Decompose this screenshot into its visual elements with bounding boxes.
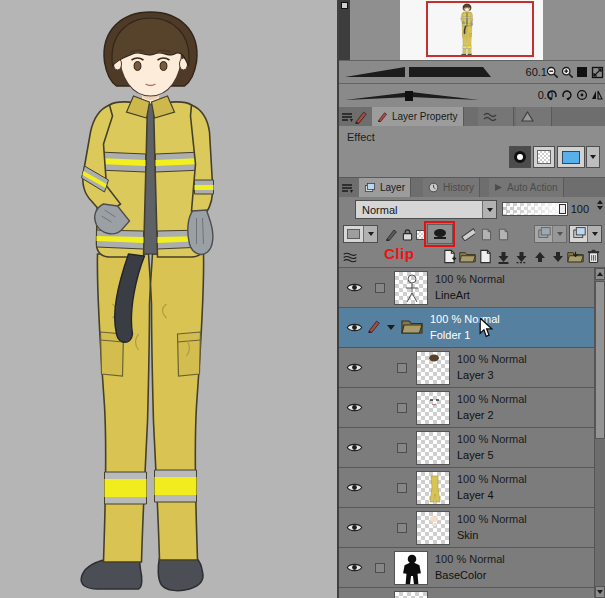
layer-row-layer5[interactable]: 100 % NormalLayer 5 <box>339 428 594 468</box>
layer-thumbnail[interactable] <box>394 551 428 585</box>
visibility-eye-icon[interactable] <box>346 322 367 333</box>
layer-thumbnail[interactable] <box>394 591 428 598</box>
visibility-eye-icon[interactable] <box>346 442 367 453</box>
zoom-in-icon[interactable] <box>560 64 574 80</box>
tab-tone[interactable] <box>478 107 514 126</box>
tab-history[interactable]: History <box>423 178 480 197</box>
layer-panel-menu-icon[interactable] <box>340 180 354 196</box>
duplicate-layer-icon[interactable] <box>477 248 494 265</box>
layer-select-box[interactable] <box>375 283 385 293</box>
reference-layer-icon[interactable] <box>479 226 493 242</box>
rotate-left-icon[interactable] <box>545 87 559 103</box>
navigator-view-rectangle[interactable] <box>426 1 534 57</box>
rotate-slider[interactable] <box>343 91 483 102</box>
scroll-up-button[interactable] <box>595 268 605 280</box>
layer-row-skin[interactable]: 100 % NormalSkin <box>339 508 594 548</box>
command-bar-settings-icon[interactable] <box>343 249 357 265</box>
tab-auto-action[interactable]: Auto Action <box>489 178 564 197</box>
opacity-spinner[interactable] <box>597 200 603 210</box>
visibility-eye-icon[interactable] <box>346 522 367 533</box>
flip-horizontal-icon[interactable] <box>590 87 604 103</box>
layer-color-dropdown[interactable] <box>586 146 600 168</box>
lock-layer-icon[interactable] <box>400 226 414 242</box>
folder-expand-caret[interactable] <box>387 325 395 330</box>
visibility-eye-icon[interactable] <box>346 482 367 493</box>
panel-dock-icon[interactable] <box>341 2 348 9</box>
selection-source-dropdown[interactable] <box>343 225 378 243</box>
layer-thumbnail[interactable] <box>416 351 450 385</box>
move-to-folder-icon[interactable] <box>567 248 584 265</box>
palette-color-dropdown[interactable] <box>569 225 602 243</box>
layer-select-box[interactable] <box>397 443 407 453</box>
layer-select-box[interactable] <box>397 483 407 493</box>
move-layer-up-icon[interactable] <box>531 248 548 265</box>
layer-blend-info: 100 % Normal <box>457 433 527 446</box>
canvas-area[interactable] <box>0 0 337 598</box>
layer-thumbnail[interactable] <box>416 431 450 465</box>
zoom-out-icon[interactable] <box>545 64 559 80</box>
tab-warning[interactable] <box>516 107 552 126</box>
layers-stack-icon <box>537 226 552 239</box>
new-folder-icon[interactable] <box>459 248 476 265</box>
lock-transparency-icon[interactable] <box>414 227 428 243</box>
layer-select-box[interactable] <box>397 523 407 533</box>
fit-to-screen-icon[interactable] <box>590 64 604 80</box>
actual-size-icon[interactable] <box>575 64 589 80</box>
layer-color-button[interactable] <box>557 146 585 168</box>
layer-select-box[interactable] <box>375 563 385 573</box>
tone-effect-button[interactable] <box>533 146 555 168</box>
draft-layer-icon[interactable] <box>496 226 510 242</box>
merge-down-icon[interactable] <box>495 248 512 265</box>
scroll-down-button[interactable] <box>595 586 605 598</box>
layer-select-box[interactable] <box>397 363 407 373</box>
visibility-eye-icon[interactable] <box>346 282 367 293</box>
warning-tab-icon <box>521 111 534 122</box>
spinner-down-icon[interactable] <box>597 206 603 210</box>
layer-row-partial[interactable]: 100 % Normal <box>339 588 594 598</box>
ruler-icon[interactable] <box>461 226 475 242</box>
blend-mode-dropdown[interactable]: Normal <box>355 200 497 219</box>
rotate-right-icon[interactable] <box>560 87 574 103</box>
select-layer-dropdown[interactable] <box>534 225 567 243</box>
navigator-preview[interactable] <box>350 0 605 60</box>
layer-row-folder1[interactable]: 100 % NormalFolder 1 <box>339 308 594 348</box>
visibility-eye-icon[interactable] <box>346 362 367 373</box>
character-illustration <box>0 4 319 594</box>
zoom-slider[interactable] <box>343 65 493 80</box>
new-layer-icon[interactable] <box>441 248 458 265</box>
tab-layer[interactable]: Layer <box>359 178 411 197</box>
visibility-eye-icon[interactable] <box>346 402 367 413</box>
reset-rotation-icon[interactable] <box>575 87 589 103</box>
mouse-cursor <box>479 317 493 342</box>
tab-layer-property[interactable]: Layer Property <box>372 107 464 126</box>
layer-row-layer3[interactable]: 100 % NormalLayer 3 <box>339 348 594 388</box>
clip-icon <box>432 228 448 240</box>
border-effect-button[interactable] <box>509 146 531 168</box>
layer-row-layer2[interactable]: 100 % NormalLayer 2 <box>339 388 594 428</box>
layer-list-scrollbar[interactable] <box>594 268 605 598</box>
layer-thumbnail[interactable] <box>416 471 450 505</box>
layer-select-box[interactable] <box>397 403 407 413</box>
scrollbar-thumb[interactable] <box>595 281 605 439</box>
layer-thumbnail[interactable] <box>416 511 450 545</box>
panel-menu-icon[interactable] <box>340 109 354 125</box>
layer-name: Skin <box>457 529 527 542</box>
opacity-slider[interactable] <box>502 202 568 216</box>
layer-name: LineArt <box>435 289 505 302</box>
layer-row-layer4[interactable]: 100 % NormalLayer 4 <box>339 468 594 508</box>
layer-blend-info: 100 % Normal <box>457 473 527 486</box>
layer-thumbnail[interactable] <box>394 271 428 305</box>
delete-layer-icon[interactable] <box>585 248 602 265</box>
layer-row-basecolor[interactable]: 100 % NormalBaseColor <box>339 548 594 588</box>
layer-thumbnail[interactable] <box>416 391 450 425</box>
visibility-eye-icon[interactable] <box>346 562 367 573</box>
chevron-down-icon <box>590 155 596 159</box>
move-layer-down-icon[interactable] <box>549 248 566 265</box>
layer-color-icon <box>562 151 580 164</box>
spinner-up-icon[interactable] <box>597 200 603 204</box>
draft-pen-icon[interactable] <box>384 226 398 242</box>
layer-row-lineart[interactable]: 100 % NormalLineArt <box>339 268 594 308</box>
transfer-down-icon[interactable] <box>513 248 530 265</box>
thumbnail-art <box>417 512 450 545</box>
clip-to-layer-below-button[interactable] <box>427 224 453 244</box>
